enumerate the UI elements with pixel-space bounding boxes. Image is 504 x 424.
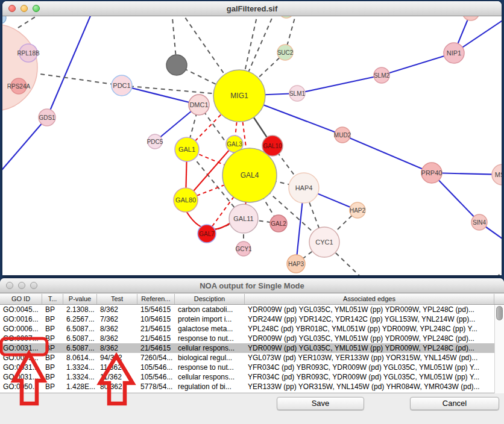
- table-cell: cellular respons...: [175, 372, 245, 382]
- network-node-top_pink[interactable]: [462, 16, 479, 20]
- network-edge: [297, 75, 382, 93]
- network-edge: [122, 86, 199, 105]
- table-cell: YDR009W (pd) YGL035C, YML051W (pp) YDR00…: [245, 334, 494, 343]
- network-edge: [47, 16, 93, 117]
- noa-window-titlebar[interactable]: NOA output for Single Mode: [0, 278, 504, 293]
- table-row[interactable]: GO:0031...BP1.3324...11/362105/546...cel…: [0, 372, 494, 382]
- save-button[interactable]: Save: [277, 397, 364, 410]
- column-header-t[interactable]: T...: [42, 294, 63, 304]
- network-node-label: RPS24A: [7, 83, 31, 90]
- minimize-button[interactable]: [20, 5, 28, 12]
- network-node-blue_sliver[interactable]: [2, 16, 6, 23]
- noa-window-controls: [6, 282, 37, 289]
- minimize-button[interactable]: [18, 282, 25, 289]
- network-node-label: SLM2: [374, 72, 390, 79]
- cancel-button[interactable]: Cancel: [410, 397, 499, 410]
- table-cell: 6.5087...: [63, 334, 97, 343]
- network-node-big[interactable]: [2, 24, 37, 111]
- network-node-label: MSN: [495, 171, 502, 178]
- column-header-desciption[interactable]: Desciption: [175, 294, 245, 304]
- table-cell: protein import i...: [175, 314, 245, 324]
- network-node-gray[interactable]: [166, 55, 187, 75]
- table-cell: 7260/54...: [137, 353, 175, 363]
- table-cell: YFR034C (pd) YBR093C, YDR009W (pd) YGL03…: [245, 372, 494, 382]
- network-node-label: MUD2: [334, 132, 351, 139]
- table-row[interactable]: GO:0006...BP6.5087...8/36221/54615galact…: [0, 324, 494, 334]
- table-row[interactable]: GO:0007...BP6.5087...8/36221/54615respon…: [0, 334, 494, 343]
- table-cell: 8/362: [97, 343, 137, 353]
- vertical-scrollbar[interactable]: [494, 305, 504, 393]
- table-cell: 105/546...: [137, 363, 175, 372]
- close-button[interactable]: [6, 282, 13, 289]
- network-node-label: CYC1: [315, 238, 333, 246]
- network-node-label: GAL10: [263, 143, 282, 149]
- noa-window-title: NOA output for Single Mode: [200, 281, 304, 290]
- table-cell: GO:0031...: [0, 372, 42, 382]
- network-node-label: HAP4: [295, 184, 313, 192]
- column-header-referen[interactable]: Referen...: [137, 294, 175, 304]
- table-cell: GO:0045...: [0, 305, 42, 314]
- network-node-label: GDS1: [39, 114, 55, 121]
- network-node-label: GAL11: [233, 215, 253, 222]
- column-header-pvalue[interactable]: P-value: [63, 294, 97, 304]
- table-cell: BP: [42, 363, 63, 372]
- network-node-label: GAL1: [178, 146, 195, 153]
- network-node-label: PDC5: [147, 139, 163, 145]
- table-cell: 1.3324...: [63, 372, 97, 382]
- table-row[interactable]: GO:0045...BP2.1308...8/36215/54615carbon…: [0, 305, 494, 314]
- table-cell: 94/362: [97, 353, 137, 363]
- zoom-button[interactable]: [30, 282, 37, 289]
- table-cell: GO:0006...: [0, 324, 42, 334]
- network-node-label: GCY1: [235, 246, 252, 252]
- table-cell: GO:0065...: [0, 353, 42, 363]
- close-button[interactable]: [8, 5, 16, 12]
- network-node-label: SUC2: [277, 49, 294, 56]
- table-cell: 8/362: [97, 305, 137, 314]
- column-header-associatededges[interactable]: Associated edges: [245, 294, 494, 304]
- table-cell: 80/362: [97, 382, 137, 391]
- network-node-label: HAP2: [350, 207, 366, 214]
- network-node-label: DMC1: [189, 101, 208, 108]
- table-cell: BP: [42, 324, 63, 334]
- network-node-label: SLM1: [289, 90, 306, 97]
- network-canvas[interactable]: RPL18BRPS24AGDS1PDC1MIG1DMC1SUC2SLM1SLM2…: [2, 16, 502, 275]
- table-cell: BP: [42, 372, 63, 382]
- table-cell: response to nut...: [175, 334, 245, 343]
- table-cell: YFR034C (pd) YBR093C, YDR009W (pd) YGL03…: [245, 363, 494, 372]
- network-window-titlebar[interactable]: galFiltered.sif: [2, 1, 502, 16]
- table-cell: GO:0031...: [0, 363, 42, 372]
- column-header-test[interactable]: Test: [97, 294, 137, 304]
- network-node-label: RPL18B: [17, 50, 40, 57]
- table-row[interactable]: GO:0016...BP6.2567...7/36210/54615protei…: [0, 314, 494, 324]
- network-node-label: PRP40: [421, 169, 443, 176]
- table-cell: 8/362: [97, 324, 137, 334]
- table-cell: YDR244W (pp) YDR142C, YDR142C (pp) YGL15…: [245, 314, 494, 324]
- table-cell: response to nut...: [175, 363, 245, 372]
- table-cell: BP: [42, 353, 63, 363]
- network-node-top_green[interactable]: [279, 16, 294, 18]
- desktop-background: galFiltered.sif RPL18BRPS24AGDS1PDC1MIG1…: [0, 0, 504, 424]
- network-edge: [488, 269, 502, 275]
- network-node-label: GAL3: [227, 141, 242, 148]
- column-header-goid[interactable]: GO ID: [0, 294, 42, 304]
- table-cell: BP: [42, 334, 63, 343]
- table-cell: 2.1308...: [63, 305, 97, 314]
- network-node-label: HAP3: [288, 261, 304, 267]
- zoom-button[interactable]: [33, 5, 40, 12]
- table-row[interactable]: GO:0031...BP6.5087...8/36221/54615cellul…: [0, 343, 494, 353]
- table-cell: biological regul...: [175, 353, 245, 363]
- table-row[interactable]: GO:0050...BP1.428E...80/3625778/54...reg…: [0, 382, 494, 391]
- table-cell: BP: [42, 305, 63, 314]
- table-cell: 1.428E...: [63, 382, 97, 391]
- table-row[interactable]: GO:0065...BP8.0614...94/3627260/54...bio…: [0, 353, 494, 363]
- scrollbar-thumb[interactable]: [496, 306, 503, 320]
- table-cell: 21/54615: [137, 324, 175, 334]
- table-cell: 21/54615: [137, 343, 175, 353]
- network-edge: [382, 53, 454, 75]
- table-row[interactable]: GO:0031...BP1.3324...11/362105/546...res…: [0, 363, 494, 372]
- table-cell: cellular respons...: [175, 343, 245, 353]
- table-cell: 11/362: [97, 363, 137, 372]
- network-node-label: GAL4: [241, 171, 259, 179]
- table-cell: 21/54615: [137, 334, 175, 343]
- table-cell: YGL073W (pd) YER103W, YER133W (pp) YOR31…: [245, 353, 494, 363]
